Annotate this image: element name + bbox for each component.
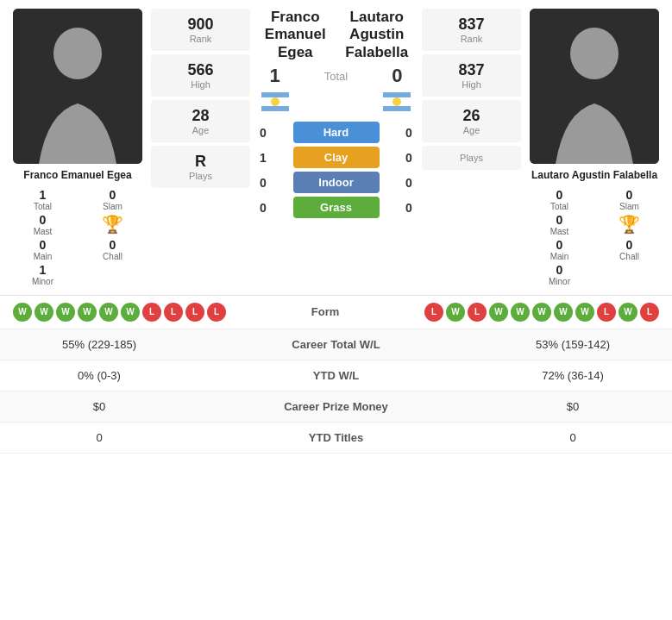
left-mast-value: 0 (40, 213, 47, 227)
right-stats-panels: 837 Rank 837 High 26 Age Plays (422, 9, 521, 286)
surface-row-indoor: 0 Indoor 0 (254, 172, 418, 193)
stat-left-0: 55% (229-185) (13, 338, 185, 351)
grass-right-score: 0 (400, 201, 418, 215)
left-player-name-center: Franco Emanuel Egea (254, 9, 336, 61)
right-trophy-icon: 🏆 (619, 214, 640, 235)
flag-center-space (295, 92, 377, 111)
form-bubble-l: L (597, 303, 616, 322)
form-bubble-w: W (575, 303, 594, 322)
form-bubble-w: W (446, 303, 465, 322)
indoor-right-score: 0 (400, 176, 418, 190)
stat-right-1: 72% (36-14) (487, 369, 659, 382)
stat-right-2: $0 (487, 400, 659, 413)
right-main-label: Main (550, 252, 569, 261)
right-high-label: High (432, 79, 511, 90)
left-form-bubbles: WWWWWWLLLL (13, 303, 226, 322)
form-bubble-l: L (164, 303, 183, 322)
flag-arg-mid-right (383, 97, 411, 106)
stat-left-2: $0 (13, 400, 185, 413)
left-chall-label: Chall (103, 252, 122, 261)
clay-right-score: 0 (400, 151, 418, 165)
form-bubble-w: W (554, 303, 573, 322)
right-flag-argentina (383, 92, 411, 111)
left-age-panel: 28 Age (151, 100, 250, 142)
right-total-score: 0 (377, 65, 418, 87)
surface-row-hard: 0 Hard 0 (254, 122, 418, 143)
main-container: Franco Emanuel Egea 1 Total 0 Slam 0 Mas… (0, 0, 672, 454)
stat-label-3: YTD Titles (185, 431, 487, 444)
left-chall-cell: 0 Chall (79, 238, 147, 261)
right-trophy-cell: 🏆 (595, 213, 663, 236)
indoor-left-score: 0 (254, 176, 272, 190)
grass-button[interactable]: Grass (293, 197, 380, 218)
right-age-label: Age (432, 125, 511, 135)
svg-point-3 (570, 28, 619, 79)
left-rank-value: 900 (161, 16, 240, 34)
right-high-value: 837 (432, 61, 511, 79)
form-bubble-w: W (99, 303, 118, 322)
right-flag-container (377, 92, 418, 111)
right-total-cell: 0 Total (525, 188, 593, 211)
stat-label-0: Career Total W/L (185, 338, 487, 351)
surface-row-clay: 1 Clay 0 (254, 147, 418, 168)
left-main-value: 0 (40, 238, 47, 252)
left-plays-panel: R Plays (151, 146, 250, 188)
left-player-stats-grid: 1 Total 0 Slam 0 Mast 🏆 0 Main (9, 188, 147, 286)
form-bubble-w: W (489, 303, 508, 322)
right-minor-label: Minor (549, 277, 570, 286)
left-total-value: 1 (40, 188, 47, 202)
left-age-label: Age (161, 125, 240, 135)
left-flag-container (254, 92, 295, 111)
clay-button[interactable]: Clay (293, 147, 380, 168)
right-player-name-center: Lautaro Agustin Falabella (336, 9, 418, 61)
right-slam-cell: 0 Slam (595, 188, 663, 211)
form-row: WWWWWWLLLL Form LWLWWWWWLWL (0, 296, 672, 329)
flag-arg-mid-left (261, 97, 289, 106)
right-mast-label: Mast (550, 227, 569, 236)
form-bubble-w: W (121, 303, 140, 322)
form-bubble-w: W (13, 303, 32, 322)
left-high-label: High (161, 79, 240, 90)
left-stats-panels: 900 Rank 566 High 28 Age R Plays (151, 9, 250, 286)
stat-label-2: Career Prize Money (185, 400, 487, 413)
form-label: Form (311, 305, 340, 318)
total-label: Total (295, 70, 377, 83)
left-high-value: 566 (161, 61, 240, 79)
form-bubble-l: L (640, 303, 659, 322)
right-total-value: 0 (556, 188, 563, 202)
form-bubble-w: W (619, 303, 637, 322)
flag-arg-bot-right (383, 106, 411, 111)
left-main-label: Main (34, 252, 53, 261)
indoor-button[interactable]: Indoor (293, 172, 380, 193)
left-total-label: Total (34, 202, 52, 211)
left-slam-cell: 0 Slam (79, 188, 147, 211)
right-mast-cell: 0 Mast (525, 213, 593, 236)
left-total-score: 1 (254, 65, 295, 87)
left-minor-label: Minor (32, 277, 53, 286)
form-bubble-l: L (424, 303, 443, 322)
right-main-value: 0 (556, 238, 563, 252)
flags-row (254, 92, 418, 111)
stat-label-1: YTD W/L (185, 369, 487, 382)
form-bubble-l: L (468, 303, 487, 322)
left-player-photo (13, 9, 142, 164)
right-chall-cell: 0 Chall (595, 238, 663, 261)
right-player-photo (530, 9, 659, 164)
stat-row-1: 0% (0-3) YTD W/L 72% (36-14) (0, 360, 672, 391)
left-player-section: Franco Emanuel Egea 1 Total 0 Slam 0 Mas… (9, 9, 147, 286)
right-player-name: Lautaro Agustin Falabella (531, 169, 657, 183)
right-slam-value: 0 (626, 188, 633, 202)
left-high-panel: 566 High (151, 54, 250, 97)
right-plays-label: Plays (432, 153, 511, 163)
left-mast-label: Mast (34, 227, 53, 236)
center-section: Franco Emanuel Egea Lautaro Agustin Fala… (254, 9, 418, 286)
stat-row-2: $0 Career Prize Money $0 (0, 391, 672, 423)
right-player-section: Lautaro Agustin Falabella 0 Total 0 Slam… (525, 9, 663, 286)
left-slam-label: Slam (103, 202, 122, 211)
hard-button[interactable]: Hard (293, 122, 380, 143)
left-rank-label: Rank (161, 34, 240, 44)
left-minor-cell: 1 Minor (9, 263, 77, 286)
right-rank-panel: 837 Rank (422, 9, 521, 51)
form-bubble-w: W (56, 303, 75, 322)
form-bubble-w: W (511, 303, 530, 322)
